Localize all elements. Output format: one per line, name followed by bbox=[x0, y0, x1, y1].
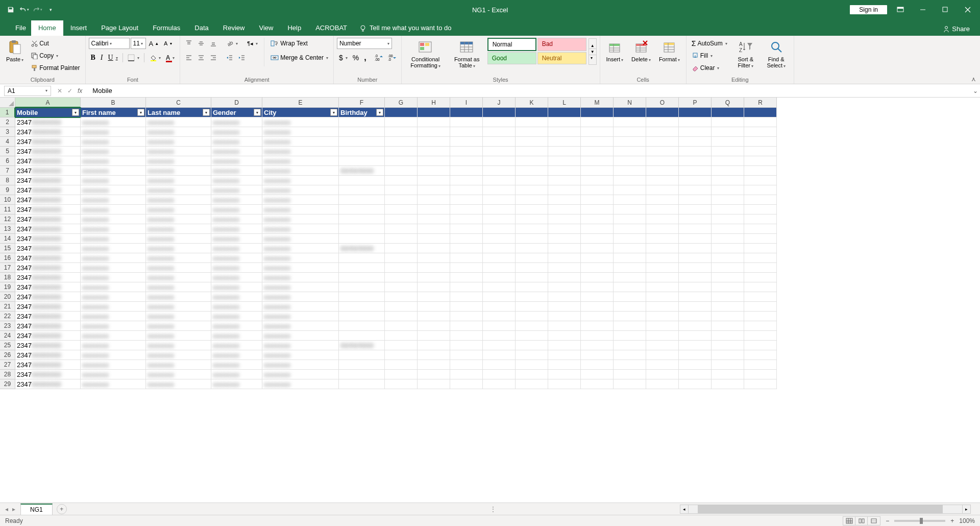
wrap-text-button[interactable]: Wrap Text bbox=[268, 38, 330, 49]
cell[interactable] bbox=[581, 341, 614, 350]
cell[interactable]: xxxxxxxx bbox=[211, 321, 262, 331]
zoom-out-icon[interactable]: − bbox=[886, 517, 889, 524]
cell[interactable] bbox=[614, 370, 646, 379]
cell[interactable]: 234700000000 bbox=[15, 156, 81, 166]
cell[interactable]: xxxxxxxx bbox=[146, 234, 211, 244]
cell[interactable]: xxxxxxxx bbox=[81, 360, 146, 370]
cell[interactable] bbox=[483, 379, 516, 389]
cell[interactable] bbox=[516, 360, 548, 370]
cell[interactable] bbox=[581, 312, 614, 321]
cell[interactable] bbox=[744, 341, 777, 350]
cell[interactable] bbox=[614, 137, 646, 147]
styles-scroll-up-icon[interactable]: ▲ bbox=[589, 43, 596, 49]
copy-button[interactable]: Copy bbox=[29, 50, 82, 61]
row-header-26[interactable]: 26 bbox=[0, 350, 15, 360]
cell[interactable] bbox=[712, 166, 744, 176]
cell[interactable] bbox=[385, 263, 418, 273]
cell[interactable] bbox=[548, 234, 581, 244]
cell[interactable] bbox=[516, 176, 548, 185]
cell[interactable] bbox=[581, 166, 614, 176]
cell[interactable]: xxxxxxxx bbox=[81, 214, 146, 224]
row-header-13[interactable]: 13 bbox=[0, 224, 15, 234]
cell[interactable] bbox=[483, 370, 516, 379]
cell[interactable]: xxxxxxxx bbox=[211, 195, 262, 205]
cell[interactable] bbox=[516, 117, 548, 127]
cell[interactable] bbox=[679, 244, 712, 253]
cell[interactable] bbox=[339, 117, 385, 127]
comma-format-button[interactable]: , bbox=[362, 52, 368, 63]
cell[interactable] bbox=[679, 176, 712, 185]
cell[interactable] bbox=[418, 379, 450, 389]
undo-icon[interactable]: ▾ bbox=[18, 4, 30, 15]
column-header-E[interactable]: E bbox=[262, 98, 339, 108]
cell[interactable] bbox=[548, 312, 581, 321]
tab-review[interactable]: Review bbox=[216, 20, 252, 36]
increase-font-icon[interactable]: A▲ bbox=[147, 38, 161, 49]
cell[interactable]: 234700000000 bbox=[15, 147, 81, 156]
cell[interactable] bbox=[385, 350, 418, 360]
cell[interactable] bbox=[339, 185, 385, 195]
cell[interactable] bbox=[418, 108, 450, 117]
cell[interactable] bbox=[581, 370, 614, 379]
cell[interactable]: 234700000000 bbox=[15, 341, 81, 350]
fill-button[interactable]: Fill bbox=[690, 50, 729, 61]
cell[interactable] bbox=[744, 321, 777, 331]
cell[interactable] bbox=[646, 234, 679, 244]
cell[interactable] bbox=[516, 379, 548, 389]
cell[interactable] bbox=[548, 156, 581, 166]
cell[interactable] bbox=[581, 176, 614, 185]
cell[interactable] bbox=[339, 370, 385, 379]
style-normal[interactable]: Normal bbox=[487, 38, 536, 51]
cell[interactable] bbox=[744, 127, 777, 137]
cell[interactable] bbox=[646, 360, 679, 370]
cell[interactable] bbox=[614, 292, 646, 302]
format-cells-button[interactable]: Format bbox=[656, 38, 683, 63]
cell[interactable] bbox=[548, 370, 581, 379]
cell[interactable]: xxxxxxxx bbox=[146, 166, 211, 176]
cell[interactable] bbox=[548, 244, 581, 253]
cell[interactable] bbox=[450, 156, 483, 166]
cell[interactable] bbox=[483, 263, 516, 273]
cell[interactable] bbox=[581, 321, 614, 331]
cell[interactable] bbox=[712, 331, 744, 341]
row-header-11[interactable]: 11 bbox=[0, 205, 15, 214]
cell[interactable] bbox=[548, 282, 581, 292]
cell[interactable] bbox=[339, 350, 385, 360]
cell[interactable] bbox=[614, 147, 646, 156]
align-center-icon[interactable] bbox=[195, 52, 207, 63]
cell[interactable] bbox=[450, 176, 483, 185]
column-header-O[interactable]: O bbox=[646, 98, 679, 108]
cell[interactable]: xxxxxxxx bbox=[81, 282, 146, 292]
cell[interactable]: xxxxxxxx bbox=[81, 224, 146, 234]
cell[interactable] bbox=[646, 379, 679, 389]
cell[interactable] bbox=[339, 214, 385, 224]
cell[interactable] bbox=[385, 312, 418, 321]
cell[interactable] bbox=[516, 253, 548, 263]
cell[interactable]: xxxxxxxx bbox=[146, 341, 211, 350]
tab-page-layout[interactable]: Page Layout bbox=[94, 20, 145, 36]
row-header-4[interactable]: 4 bbox=[0, 137, 15, 147]
expand-formula-bar-icon[interactable]: ⌄ bbox=[971, 87, 980, 94]
cell[interactable] bbox=[744, 360, 777, 370]
increase-decimal-icon[interactable]: .0.00 bbox=[373, 52, 385, 63]
cell[interactable]: xxxxxxxx bbox=[211, 379, 262, 389]
select-all-corner[interactable] bbox=[0, 98, 15, 108]
cell[interactable] bbox=[385, 205, 418, 214]
cell[interactable] bbox=[418, 127, 450, 137]
enter-formula-icon[interactable]: ✓ bbox=[67, 87, 72, 94]
normal-view-icon[interactable] bbox=[843, 517, 855, 525]
cell[interactable] bbox=[712, 273, 744, 282]
cell[interactable] bbox=[548, 195, 581, 205]
cell[interactable] bbox=[646, 282, 679, 292]
cell[interactable]: xxxxxxxx bbox=[146, 292, 211, 302]
cell[interactable] bbox=[679, 195, 712, 205]
cell[interactable]: xxxxxxxx bbox=[262, 341, 339, 350]
cell[interactable] bbox=[679, 341, 712, 350]
share-button[interactable]: Share bbox=[939, 22, 974, 36]
cell[interactable] bbox=[646, 205, 679, 214]
autosum-button[interactable]: ΣAutoSum bbox=[690, 38, 729, 49]
row-header-5[interactable]: 5 bbox=[0, 147, 15, 156]
cell[interactable] bbox=[581, 224, 614, 234]
cell[interactable] bbox=[339, 282, 385, 292]
cell[interactable] bbox=[646, 224, 679, 234]
